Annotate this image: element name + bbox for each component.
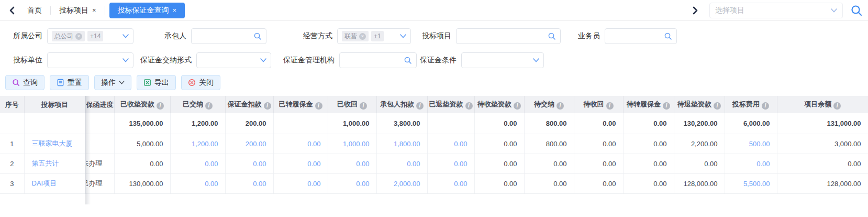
- value-cell: 3,000.00: [777, 134, 868, 154]
- info-icon[interactable]: i: [157, 102, 164, 110]
- search-icon[interactable]: [404, 56, 412, 64]
- tabs-scroll-right-icon[interactable]: [688, 6, 702, 15]
- info-icon[interactable]: i: [360, 102, 367, 110]
- search-icon[interactable]: [548, 32, 556, 40]
- query-button[interactable]: 查询: [5, 75, 44, 90]
- deposit-agency-search[interactable]: [339, 52, 417, 68]
- contractor-search[interactable]: [191, 28, 266, 44]
- project-link[interactable]: 三联家电大厦: [32, 139, 73, 147]
- project-select[interactable]: 选择项目: [709, 3, 843, 18]
- tab-bid-projects[interactable]: 投标项目 ×: [51, 3, 105, 18]
- export-button[interactable]: 导出: [137, 75, 176, 90]
- summary-cell: 1,200.00: [170, 113, 225, 134]
- summary-cell: 0.00: [574, 113, 623, 134]
- project-search-icon[interactable]: [850, 4, 863, 17]
- filter-row-1: 所属公司 总公司× +14 承包人 经营方式 联营× +1 投标项目 业务员: [0, 28, 868, 44]
- info-icon[interactable]: i: [557, 102, 564, 110]
- value-cell[interactable]: 1,800.00: [376, 134, 427, 154]
- deposit-agency-input[interactable]: [344, 53, 404, 68]
- bidding-unit-select[interactable]: [47, 52, 133, 68]
- bid-project-input[interactable]: [461, 29, 548, 44]
- info-icon[interactable]: i: [416, 102, 424, 110]
- value-cell[interactable]: 2,000.00: [376, 173, 427, 193]
- deposit-condition-select[interactable]: [461, 52, 544, 68]
- project-link[interactable]: DAI项目: [32, 179, 57, 187]
- value-cell[interactable]: 500.00: [725, 134, 777, 154]
- tag-close-icon[interactable]: ×: [359, 33, 366, 40]
- value-cell: 0.00: [777, 154, 868, 173]
- search-icon[interactable]: [253, 32, 262, 40]
- tabs-scroll-left-icon[interactable]: [5, 6, 19, 15]
- tab-bid-deposit-query[interactable]: 投标保证金查询 ×: [109, 3, 185, 18]
- info-icon[interactable]: i: [465, 102, 473, 110]
- col-header-6: 已转履保金i: [273, 96, 328, 113]
- summary-row: 135,000.001,200.00200.001,000.003,800.00…: [0, 113, 868, 134]
- col-header-7: 已收回i: [328, 96, 376, 113]
- value-cell[interactable]: 0.00: [225, 173, 273, 193]
- value-cell[interactable]: 1,200.00: [170, 134, 225, 154]
- info-icon[interactable]: i: [514, 102, 521, 110]
- value-cell[interactable]: 0.00: [328, 154, 376, 173]
- deposit-payment-form-select[interactable]: [196, 52, 271, 68]
- close-circle-icon: [188, 79, 196, 86]
- chevron-down-icon: [260, 58, 266, 62]
- salesperson-search[interactable]: [605, 28, 677, 44]
- summary-cell: 200.00: [225, 113, 273, 134]
- summary-cell: 1,000.00: [328, 113, 376, 134]
- info-icon[interactable]: i: [264, 102, 271, 110]
- value-cell[interactable]: 0.00: [170, 154, 225, 173]
- value-cell[interactable]: 0.00: [725, 154, 777, 173]
- project-link[interactable]: 第五共计: [32, 159, 59, 167]
- value-cell: 800.00: [524, 134, 574, 154]
- operation-mode-tag: 联营×: [342, 31, 369, 41]
- tag-close-icon[interactable]: ×: [75, 33, 82, 40]
- info-icon[interactable]: i: [606, 102, 614, 110]
- value-cell: 5,000.00: [114, 134, 170, 154]
- value-cell[interactable]: 0.00: [273, 154, 328, 173]
- operations-dropdown-button[interactable]: 操作: [94, 75, 131, 90]
- operation-mode-multiselect[interactable]: 联营× +1: [337, 28, 411, 44]
- tab-separator: [105, 6, 105, 15]
- value-cell: 128,000.00: [777, 173, 868, 193]
- value-cell[interactable]: 0.00: [273, 134, 328, 154]
- info-icon[interactable]: i: [833, 102, 841, 110]
- info-icon[interactable]: i: [205, 102, 213, 110]
- value-cell[interactable]: 0.00: [427, 154, 474, 173]
- close-button[interactable]: 关闭: [181, 75, 220, 90]
- info-icon[interactable]: i: [714, 102, 721, 110]
- value-cell[interactable]: 0.00: [170, 173, 225, 193]
- table-row: 1三联家电大厦5,000.001,200.00200.000.001,000.0…: [0, 134, 868, 154]
- tab-home[interactable]: 首页: [19, 3, 50, 18]
- reset-button[interactable]: 重置: [50, 75, 89, 90]
- tab-close-icon[interactable]: ×: [92, 6, 96, 14]
- value-cell[interactable]: 0.00: [225, 154, 273, 173]
- tab-bid-deposit-query-label: 投标保证金查询: [118, 6, 169, 15]
- bid-project-search[interactable]: [456, 28, 561, 44]
- info-icon[interactable]: i: [315, 102, 322, 110]
- chevron-down-icon: [533, 58, 539, 62]
- col-header-8: 承包人扣款i: [376, 96, 427, 113]
- value-cell[interactable]: 0.00: [427, 173, 474, 193]
- col-header-2: 保函进度: [85, 96, 114, 113]
- contractor-input[interactable]: [196, 29, 253, 44]
- col-header-12: 待收回i: [574, 96, 623, 113]
- reset-form-icon: [57, 79, 64, 86]
- company-multiselect[interactable]: 总公司× +14: [47, 28, 133, 44]
- value-cell[interactable]: 200.00: [225, 134, 273, 154]
- salesperson-input[interactable]: [609, 29, 664, 44]
- info-icon[interactable]: i: [663, 102, 670, 110]
- summary-cell: [0, 113, 24, 134]
- chevron-down-icon: [123, 34, 129, 38]
- results-table: 序号投标项目保函进度已收垫资款i已交纳i保证金扣款i已转履保金i已收回i承包人扣…: [0, 96, 868, 194]
- excel-export-icon: [143, 79, 151, 86]
- value-cell[interactable]: 0.00: [273, 173, 328, 193]
- contractor-label: 承包人: [133, 31, 191, 41]
- value-cell[interactable]: 0.00: [328, 173, 376, 193]
- info-icon[interactable]: i: [762, 102, 769, 110]
- tab-close-icon[interactable]: ×: [173, 6, 177, 14]
- value-cell[interactable]: 0.00: [427, 134, 474, 154]
- value-cell[interactable]: 5,500.00: [725, 173, 777, 193]
- value-cell[interactable]: 1,000.00: [328, 134, 376, 154]
- value-cell[interactable]: 0.00: [376, 154, 427, 173]
- search-icon[interactable]: [664, 32, 672, 40]
